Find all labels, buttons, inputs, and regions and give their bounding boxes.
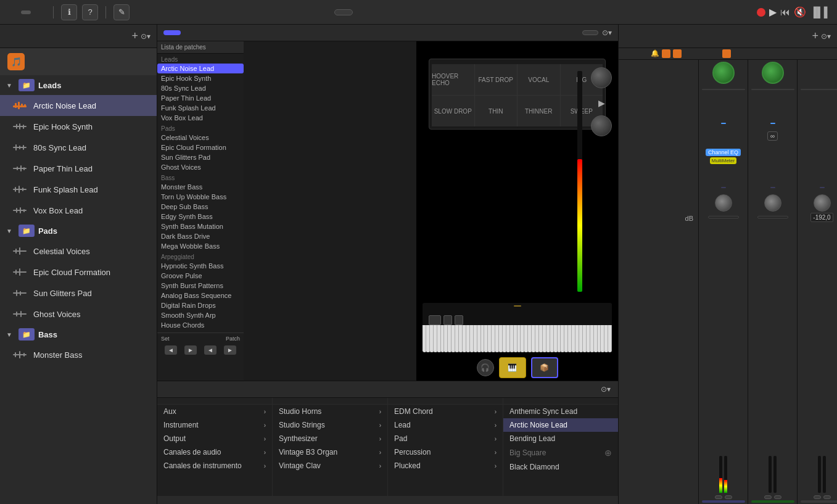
tab-assignments[interactable] — [184, 30, 202, 35]
patch-item-funksplash[interactable]: Funk Splash Lead — [0, 179, 157, 200]
next-arrow-icon[interactable]: ▶ — [598, 98, 605, 108]
piano-white-key[interactable] — [506, 325, 510, 352]
ch3-solo-btn[interactable] — [823, 495, 831, 499]
adj-instrument[interactable]: Instrument› — [157, 418, 272, 432]
inner-patch-monsterbass[interactable]: Monster Bass — [157, 182, 244, 192]
record-btn[interactable] — [757, 8, 765, 17]
ch2-expression-knob[interactable] — [762, 62, 784, 84]
adj-tuning-header[interactable] — [388, 398, 503, 405]
inner-patch-groove[interactable]: Groove Pulse — [157, 271, 244, 281]
adj-library-header[interactable] — [157, 398, 272, 405]
adj-bigsquare-add-icon[interactable]: ⊕ — [604, 448, 612, 458]
inner-patch-darkbass[interactable]: Dark Bass Drive — [157, 231, 244, 241]
adj-pad[interactable]: Pad› — [388, 432, 503, 445]
ch1-channeleq-btn[interactable]: Channel EQ — [706, 149, 741, 156]
ch1-solo-btn[interactable] — [725, 495, 732, 499]
ch3-output-btn[interactable] — [820, 187, 825, 188]
inner-patch-paperthin[interactable]: Paper Thin Lead — [157, 93, 244, 103]
sidebar-folder-bass[interactable]: ▼ 📁 Bass — [0, 324, 157, 344]
ch2-mute-btn[interactable] — [764, 495, 772, 499]
ch2-solo-btn[interactable] — [774, 495, 781, 499]
transform-cell-vocal[interactable]: VOCAL — [517, 64, 560, 95]
ch3-pan-knob[interactable] — [814, 194, 831, 212]
info-btn[interactable]: ℹ — [61, 4, 77, 20]
adj-edmchord[interactable]: EDM Chord› — [388, 405, 503, 418]
keyboard-icon[interactable]: 🎹 — [499, 357, 526, 378]
center-opts-btn[interactable]: ⊙▾ — [602, 28, 612, 37]
assign-btn[interactable] — [582, 30, 598, 35]
adj-plucked[interactable]: Plucked› — [388, 459, 503, 473]
piano-white-key[interactable] — [554, 325, 558, 352]
patch-item-paperthin[interactable]: Paper Thin Lead — [0, 158, 157, 179]
inner-patch-house[interactable]: House Chords — [157, 320, 244, 330]
patch-item-80s[interactable]: 80s Sync Lead — [0, 137, 157, 158]
inner-patch-80s[interactable]: 80s Sync Lead — [157, 83, 244, 93]
adj-notes-header[interactable] — [503, 398, 618, 405]
transform-cell-slowdrop[interactable]: SLOW DROP — [432, 96, 474, 126]
ch2-db-val[interactable] — [757, 216, 788, 218]
headphones-icon[interactable]: 🎧 — [477, 359, 494, 376]
inner-patch-edgy[interactable]: Edgy Synth Bass — [157, 212, 244, 221]
piano-white-key[interactable] — [503, 325, 506, 352]
help-btn[interactable]: ? — [82, 4, 98, 20]
adj-blackdiamond[interactable]: Black Diamond — [503, 460, 618, 474]
delay-knob[interactable] — [591, 67, 612, 88]
patch-item-celestial[interactable]: Celestial Voices — [0, 241, 157, 262]
instrument-slot-icon[interactable]: 📦 — [531, 357, 558, 378]
canales-opts-btn[interactable]: ⊙▾ — [821, 30, 831, 43]
adj-bending[interactable]: Bending Lead — [503, 432, 618, 445]
mute-btn[interactable]: 🔇 — [794, 6, 806, 18]
adj-studiohorns[interactable]: Studio Horns› — [273, 405, 387, 418]
piano-white-key[interactable] — [510, 325, 514, 352]
patch-item-arctic[interactable]: Arctic Noise Lead — [0, 95, 157, 116]
ch2-output-btn[interactable] — [770, 187, 775, 188]
ch1-pan-knob[interactable] — [715, 194, 732, 212]
piano-white-key[interactable] — [474, 325, 477, 352]
inner-patch-arctic[interactable]: Arctic Noise Lead — [157, 64, 244, 73]
piano-white-key[interactable] — [587, 325, 590, 352]
inner-patch-epichook[interactable]: Epic Hook Synth — [157, 73, 244, 83]
inner-patch-digitalrain[interactable]: Digital Rain Drops — [157, 300, 244, 310]
reverb-knob[interactable] — [591, 115, 612, 136]
inner-patch-tornup[interactable]: Torn Up Wobble Bass — [157, 192, 244, 202]
adj-output[interactable]: Output› — [157, 432, 272, 445]
inner-patch-deepsubb[interactable]: Deep Sub Bass — [157, 202, 244, 212]
ch1-multimeter-btn[interactable]: MultiMeter — [710, 157, 736, 164]
inner-prev-set[interactable]: ◄ — [165, 345, 177, 355]
inner-patch-celestial[interactable]: Celestial Voices — [157, 133, 244, 143]
adj-caninstr[interactable]: Canales de instrumento› — [157, 459, 272, 473]
piano-white-key[interactable] — [463, 325, 466, 352]
adj-attributes-header[interactable] — [273, 398, 387, 405]
piano-white-key[interactable] — [434, 325, 437, 352]
inner-patch-ghostvoices[interactable]: Ghost Voices — [157, 162, 244, 172]
piano-white-key[interactable] — [477, 325, 481, 352]
adj-bigsquare[interactable]: Big Square ⊕ — [503, 445, 618, 460]
patch-item-sunglitters[interactable]: Sun Glitters Pad — [0, 283, 157, 304]
ch3-db-val[interactable]: -192,0 — [810, 213, 833, 222]
pencil-btn[interactable]: ✎ — [113, 4, 130, 20]
piano-ctrl-2[interactable] — [443, 315, 452, 325]
piano-white-key[interactable] — [543, 325, 546, 352]
patch-item-monsterbass[interactable]: Monster Bass — [0, 344, 157, 365]
inner-patch-smooth[interactable]: Smooth Synth Arp — [157, 310, 244, 320]
interpret-btn[interactable] — [36, 10, 46, 14]
adj-anthemic[interactable]: Anthemic Sync Lead — [503, 405, 618, 418]
rewind-btn[interactable]: ⏮ — [780, 7, 790, 18]
orange-icon-1[interactable] — [662, 49, 670, 58]
ch1-expression-knob[interactable] — [712, 62, 735, 84]
transform-cell-fastdrop[interactable]: FAST DROP — [475, 64, 517, 95]
mixer-btn[interactable]: ▐▌▌ — [810, 7, 831, 18]
inner-patch-mega[interactable]: Mega Wobble Bass — [157, 241, 244, 251]
adj-aux[interactable]: Aux› — [157, 405, 272, 418]
patch-item-epiccloud[interactable]: Epic Cloud Formation — [0, 262, 157, 283]
piano-white-key[interactable] — [514, 325, 517, 352]
inner-patch-synthburst[interactable]: Synth Burst Patterns — [157, 281, 244, 291]
transform-cell-thin[interactable]: THIN — [475, 96, 517, 126]
inner-prev-patch[interactable]: ◄ — [204, 345, 216, 355]
ch2-pan-knob[interactable] — [764, 194, 781, 212]
adj-synthesizer[interactable]: Synthesizer› — [273, 432, 387, 445]
inner-patch-voxbox[interactable]: Vox Box Lead — [157, 113, 244, 123]
piano-white-key[interactable] — [594, 325, 598, 352]
piano-white-key[interactable] — [466, 325, 470, 352]
ch2-link-btn[interactable]: ∞ — [767, 131, 778, 141]
